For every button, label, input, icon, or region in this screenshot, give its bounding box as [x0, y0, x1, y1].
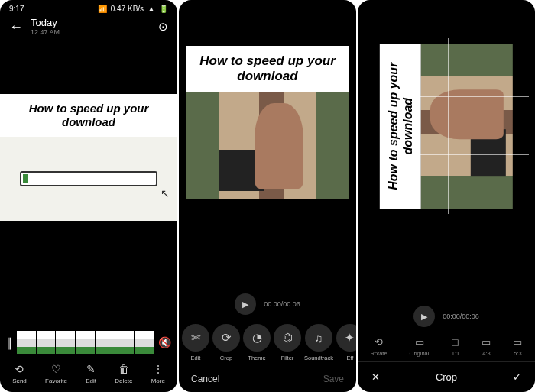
- viewer-header: ← Today 12:47 AM ⊙: [0, 13, 177, 40]
- thumbnail[interactable]: [56, 331, 75, 354]
- more-button[interactable]: ⋮More: [151, 363, 165, 384]
- person-graphic: [255, 103, 303, 189]
- more-icon: ⋮: [153, 363, 164, 375]
- editor-tool-row: ✄Edit ⟳Crop ◔Theme ⌬Filter ♫Soundtrack ✦…: [179, 319, 356, 366]
- lens-button[interactable]: ⊙: [158, 20, 168, 34]
- favorite-button[interactable]: ♡Favorite: [45, 363, 67, 384]
- video-frame: [186, 92, 349, 199]
- crop-rotate-screen: How to speed up your download ▶ 00:00/00…: [358, 0, 535, 392]
- share-icon: ⟲: [15, 363, 24, 375]
- thumbnail[interactable]: [135, 331, 154, 354]
- tool-effect[interactable]: ✦Eff: [336, 324, 356, 361]
- save-button[interactable]: Save: [323, 374, 344, 384]
- tool-theme[interactable]: ◔Theme: [243, 324, 271, 361]
- header-subtitle: 12:47 AM: [31, 28, 60, 36]
- rect-icon: ▭: [481, 336, 491, 348]
- wifi-icon: 📶: [98, 5, 107, 13]
- ratio-original[interactable]: ▭Original: [410, 336, 430, 357]
- rect-icon: ▭: [415, 336, 424, 348]
- thumbnail[interactable]: [37, 331, 56, 354]
- playback-row: ▶ 00:00/00:06: [179, 286, 356, 319]
- pencil-icon: ✎: [86, 363, 96, 375]
- tool-crop[interactable]: ⟳Crop: [212, 324, 240, 361]
- crop-icon: ⟳: [212, 324, 240, 352]
- thumbnail[interactable]: [17, 331, 36, 354]
- send-button[interactable]: ⟲Send: [12, 363, 27, 384]
- crop-label: Crop: [436, 371, 457, 383]
- time-indicator: 00:00/00:06: [264, 300, 300, 308]
- theme-icon: ◔: [243, 324, 271, 352]
- playback-row: ▶ 00:00/00:06: [358, 298, 535, 332]
- edit-button[interactable]: ✎Edit: [86, 363, 96, 384]
- status-time: 9:17: [9, 5, 24, 13]
- video-caption: How to speed up your download: [380, 44, 421, 209]
- battery-icon: 🔋: [159, 5, 168, 13]
- play-button[interactable]: ▶: [235, 293, 256, 315]
- rotate-button[interactable]: ⟲Rotate: [371, 336, 387, 357]
- net-speed: 0.47 KB/s: [111, 5, 144, 13]
- thumbnail[interactable]: [115, 331, 135, 354]
- status-icons: 📶 0.47 KB/s ▲ 🔋: [98, 5, 168, 13]
- trash-icon: 🗑: [118, 363, 129, 375]
- aspect-ratio-row: ⟲Rotate ▭Original ◻1:1 ▭4:3 ▭5:3: [358, 332, 535, 361]
- signal-icon: ▲: [148, 5, 155, 13]
- tool-edit[interactable]: ✄Edit: [182, 324, 209, 361]
- back-button[interactable]: ←: [9, 19, 31, 35]
- delete-button[interactable]: 🗑Delete: [115, 363, 132, 384]
- gallery-viewer-screen: 9:17 📶 0.47 KB/s ▲ 🔋 ← Today 12:47 AM ⊙ …: [0, 0, 177, 392]
- time-indicator: 00:00/00:06: [443, 313, 479, 320]
- status-bar: 9:17 📶 0.47 KB/s ▲ 🔋: [0, 0, 177, 13]
- confirm-button[interactable]: ✓: [513, 371, 521, 383]
- bottom-action-bar: ⟲Send ♡Favorite ✎Edit 🗑Delete ⋮More: [0, 357, 177, 392]
- video-editor-screen: How to speed up your download ▶ 00:00/00…: [179, 0, 356, 392]
- ratio-5-3[interactable]: ▭5:3: [513, 336, 522, 357]
- tool-filter[interactable]: ⌬Filter: [274, 324, 301, 361]
- pause-button[interactable]: ∥: [6, 335, 12, 350]
- header-title: Today: [31, 18, 60, 28]
- mute-button[interactable]: 🔇: [158, 336, 171, 348]
- crop-footer: ✕ Crop ✓: [358, 361, 535, 392]
- crop-preview[interactable]: How to speed up your download: [364, 38, 529, 214]
- timeline-thumbnails[interactable]: [17, 331, 154, 354]
- timeline-controls: ∥ 🔇: [0, 328, 177, 357]
- ratio-1-1[interactable]: ◻1:1: [451, 336, 459, 357]
- ratio-4-3[interactable]: ▭4:3: [481, 336, 491, 357]
- scissors-icon: ✄: [182, 324, 209, 352]
- editor-preview[interactable]: How to speed up your download: [186, 46, 349, 199]
- video-frame: ↖: [0, 137, 177, 221]
- effect-icon: ✦: [336, 324, 356, 352]
- filter-icon: ⌬: [274, 324, 301, 352]
- rect-icon: ▭: [513, 336, 522, 348]
- video-frame: [421, 44, 513, 209]
- rotate-icon: ⟲: [374, 336, 383, 348]
- person-graphic: [430, 89, 504, 139]
- video-caption: How to speed up your download: [0, 94, 177, 137]
- music-icon: ♫: [305, 324, 332, 352]
- progress-bar-graphic: [20, 171, 158, 186]
- video-caption: How to speed up your download: [186, 46, 349, 92]
- cancel-button[interactable]: Cancel: [191, 374, 219, 384]
- play-button[interactable]: ▶: [413, 306, 435, 327]
- cursor-icon: ↖: [160, 187, 170, 199]
- close-button[interactable]: ✕: [371, 371, 380, 383]
- tool-soundtrack[interactable]: ♫Soundtrack: [304, 324, 333, 361]
- heart-icon: ♡: [51, 363, 61, 375]
- thumbnail[interactable]: [96, 331, 115, 354]
- video-preview[interactable]: How to speed up your download ↖: [0, 94, 177, 221]
- thumbnail[interactable]: [76, 331, 95, 354]
- square-icon: ◻: [451, 336, 459, 348]
- editor-footer: Cancel Save: [179, 366, 356, 392]
